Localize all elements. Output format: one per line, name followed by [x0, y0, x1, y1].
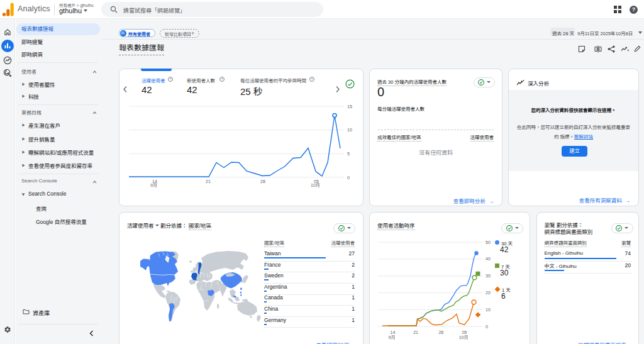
- svg-text:28: 28: [438, 330, 443, 335]
- svg-text:10: 10: [347, 128, 352, 132]
- svg-text:21: 21: [206, 179, 211, 184]
- svg-text:15: 15: [347, 104, 352, 109]
- svg-text:5: 5: [347, 152, 350, 156]
- svg-text:40: 40: [486, 257, 491, 261]
- svg-text:20: 20: [486, 291, 491, 295]
- svg-text:28: 28: [260, 179, 265, 184]
- svg-text:9月: 9月: [150, 183, 157, 188]
- svg-text:05: 05: [462, 330, 467, 335]
- svg-text:0: 0: [347, 175, 350, 180]
- svg-text:14: 14: [391, 330, 396, 335]
- svg-text:10月: 10月: [459, 335, 469, 340]
- svg-text:0: 0: [486, 324, 488, 328]
- svg-text:10: 10: [486, 307, 491, 311]
- svg-text:21: 21: [413, 330, 418, 335]
- svg-text:30: 30: [486, 274, 491, 278]
- svg-text:50: 50: [486, 240, 491, 244]
- svg-text:9月: 9月: [389, 335, 396, 340]
- svg-text:10月: 10月: [311, 183, 320, 188]
